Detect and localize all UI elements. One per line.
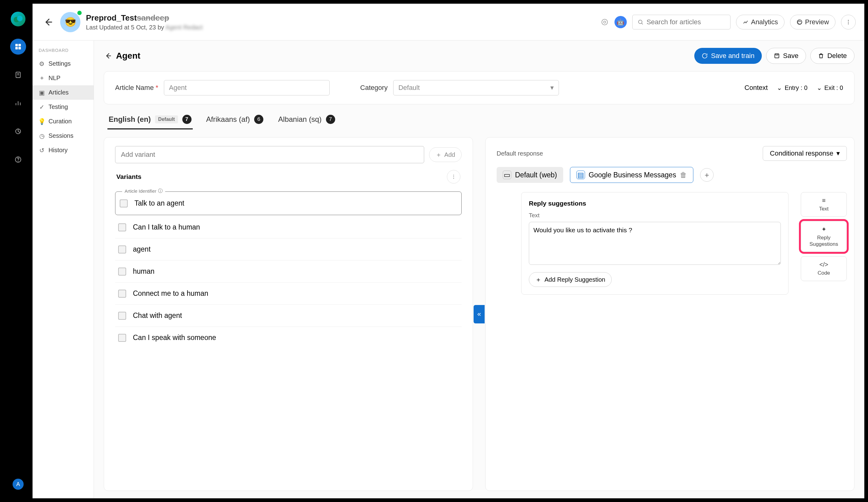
sidebar-item-curation[interactable]: 💡Curation [32, 114, 94, 128]
tab-albanian[interactable]: Albanian (sq) 7 [277, 112, 336, 129]
svg-rect-3 [18, 44, 21, 46]
sidebar-item-label: History [49, 147, 68, 154]
rail-pie-icon[interactable] [10, 123, 26, 139]
variant-row[interactable]: Can I talk to a human [115, 216, 462, 238]
svg-rect-2 [16, 44, 18, 46]
target-icon[interactable] [600, 18, 609, 27]
collapse-handle[interactable]: « [474, 305, 485, 323]
tool-label: Code [818, 270, 830, 276]
delete-button[interactable]: Delete [810, 48, 855, 64]
variant-text: Can I talk to a human [133, 223, 200, 231]
add-variant-label: Add [444, 151, 455, 158]
save-button[interactable]: Save [766, 48, 806, 64]
tab-count: 6 [254, 115, 264, 124]
variant-row[interactable]: agent [115, 238, 462, 261]
context-exit-link[interactable]: ⌄Exit : 0 [817, 84, 843, 92]
save-and-train-label: Save and train [711, 52, 754, 60]
tab-english[interactable]: English (en) Default 7 [107, 112, 193, 129]
svg-point-26 [453, 175, 454, 176]
variants-more-button[interactable] [447, 170, 461, 184]
tab-label: Afrikaans (af) [206, 115, 250, 124]
testing-icon: ✓ [39, 104, 45, 110]
variant-checkbox[interactable] [118, 268, 126, 275]
sidebar-item-testing[interactable]: ✓Testing [32, 100, 94, 114]
tab-afrikaans[interactable]: Afrikaans (af) 6 [205, 112, 265, 129]
tab-count: 7 [326, 115, 335, 124]
variant-row[interactable]: Connect me to a human [115, 283, 462, 305]
add-reply-suggestion-button[interactable]: ＋ Add Reply Suggestion [529, 272, 612, 287]
variant-row-identifier[interactable]: Article Identifier ⓘ Talk to an agent [115, 191, 462, 215]
variant-row[interactable]: Chat with agent [115, 305, 462, 327]
sidebar-item-label: Articles [49, 89, 69, 96]
sidebar-item-history[interactable]: ↺History [32, 143, 94, 157]
save-and-train-button[interactable]: Save and train [694, 48, 762, 64]
add-variant-button[interactable]: ＋Add [429, 147, 462, 162]
variant-checkbox[interactable] [118, 290, 126, 297]
variant-checkbox[interactable] [118, 334, 126, 342]
tool-reply-suggestions[interactable]: ✦Reply Suggestions [801, 221, 847, 252]
sidebar-item-articles[interactable]: ▣Articles [32, 85, 94, 100]
variant-checkbox[interactable] [120, 199, 128, 207]
svg-point-16 [602, 19, 607, 25]
topbar-more-button[interactable] [841, 15, 856, 30]
tool-label: Text [819, 206, 828, 212]
variants-title: Variants [116, 173, 142, 180]
channel-google-business-messages[interactable]: ▤ Google Business Messages 🗑 [570, 167, 693, 183]
sidebar-item-label: Settings [49, 60, 71, 67]
reply-tool-icon: ✦ [822, 226, 827, 233]
tab-label: Albanian (sq) [278, 115, 321, 124]
bot-badge-icon[interactable]: 🤖 [614, 16, 627, 28]
variant-checkbox[interactable] [118, 312, 126, 320]
tool-text[interactable]: ≡Text [801, 192, 847, 217]
user-avatar[interactable]: A [13, 479, 24, 490]
conditional-response-label: Conditional response [770, 149, 833, 157]
article-name-input[interactable] [164, 80, 330, 95]
add-channel-button[interactable]: ＋ [700, 168, 714, 182]
history-icon: ↺ [39, 147, 45, 154]
tool-code[interactable]: </>Code [801, 256, 847, 281]
preview-button[interactable]: Preview [790, 15, 836, 30]
context-entry-link[interactable]: ⌄Entry : 0 [777, 84, 807, 92]
variant-text: Can I speak with someone [133, 334, 216, 342]
analytics-button[interactable]: Analytics [736, 15, 785, 30]
variant-row[interactable]: Can I speak with someone [115, 327, 462, 348]
category-select[interactable]: Default ▾ [393, 80, 559, 95]
delete-channel-icon[interactable]: 🗑 [680, 171, 687, 179]
rail-doc-icon[interactable] [10, 67, 26, 83]
sidebar-item-nlp[interactable]: ⌖NLP [32, 71, 94, 85]
sidebar-item-settings[interactable]: ⚙Settings [32, 56, 94, 71]
reply-text-input[interactable] [529, 222, 781, 265]
svg-point-22 [848, 21, 849, 22]
nlp-icon: ⌖ [39, 75, 45, 81]
svg-rect-5 [18, 47, 21, 49]
variant-text: Connect me to a human [133, 289, 208, 297]
conditional-response-button[interactable]: Conditional response ▾ [763, 146, 847, 161]
back-arrow-icon[interactable] [41, 15, 55, 29]
sidebar-item-sessions[interactable]: ◷Sessions [32, 128, 94, 143]
svg-point-18 [638, 20, 642, 24]
search-input[interactable] [647, 18, 725, 26]
page-title: Agent [116, 51, 140, 61]
add-variant-input[interactable] [115, 146, 424, 163]
page-back-icon[interactable] [104, 52, 112, 60]
variant-checkbox[interactable] [118, 245, 126, 253]
svg-point-20 [797, 20, 802, 24]
rail-help-icon[interactable] [10, 151, 26, 168]
search-input-wrapper[interactable] [632, 15, 731, 30]
chevron-down-icon: ▾ [836, 149, 840, 157]
analytics-label: Analytics [751, 18, 778, 26]
default-badge: Default [155, 115, 178, 123]
variant-row[interactable]: human [115, 261, 462, 283]
sidebar-item-label: Testing [49, 103, 68, 111]
context-entry-label: Entry : 0 [785, 84, 807, 92]
rail-dashboard-icon[interactable] [10, 39, 26, 55]
project-subtitle: Last Updated at 5 Oct, 23 by Agent Redac… [86, 24, 203, 31]
variant-checkbox[interactable] [118, 223, 126, 231]
rail-analytics-icon[interactable] [10, 95, 26, 111]
text-field-label: Text [529, 212, 781, 219]
add-reply-suggestion-label: Add Reply Suggestion [545, 276, 605, 283]
bulb-icon: 💡 [39, 118, 45, 125]
svg-point-23 [848, 23, 849, 24]
search-icon [638, 19, 644, 25]
channel-default-web[interactable]: ▭ Default (web) [497, 167, 563, 183]
